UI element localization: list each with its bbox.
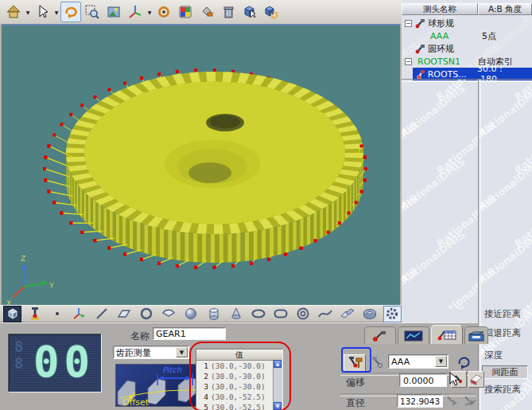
- probe-build-button[interactable]: [344, 354, 366, 372]
- circle-icon[interactable]: [138, 306, 156, 322]
- eraser-icon: [469, 373, 483, 386]
- value-list[interactable]: 值 1(30.0,-30.0) 2(30.0,-30.0) 3(30.0,-30…: [196, 349, 283, 410]
- list-item[interactable]: 4(30.0,-52.5): [196, 392, 282, 402]
- list-item[interactable]: 1(30.0,-30.0): [196, 361, 282, 371]
- cylinder-icon[interactable]: [204, 306, 223, 322]
- delete-icon[interactable]: [218, 2, 239, 22]
- probe-small-icon[interactable]: [371, 356, 385, 370]
- diameter-field[interactable]: 132.9043: [397, 394, 443, 408]
- watermark-text: RationalDMIS: [480, 82, 532, 140]
- name-field[interactable]: GEAR1: [153, 327, 226, 340]
- gear-scene: ZYX: [2, 25, 400, 305]
- view-orbit-icon[interactable]: [153, 2, 174, 22]
- model-settings-icon[interactable]: [261, 2, 282, 22]
- spacing-face-field[interactable]: 间距面: [482, 365, 528, 379]
- offset-field[interactable]: 0.0000: [399, 373, 447, 387]
- coordinate-axes-icon[interactable]: [125, 2, 146, 22]
- watermark-text: RationalDMIS: [512, 119, 532, 177]
- probe-hammer-icon: [346, 356, 363, 370]
- tree-angle: 5点: [482, 30, 496, 42]
- slot-icon[interactable]: [271, 306, 289, 322]
- retract-distance-label[interactable]: 回退距离: [484, 327, 521, 339]
- list-item[interactable]: 2(30.0,-30.0): [196, 371, 282, 381]
- list-item[interactable]: 5(30.0,-52.5): [196, 402, 282, 410]
- watermark-text: RationalDMIS: [480, 119, 498, 177]
- probe-select-dropdown[interactable]: AAA ▼: [388, 354, 449, 369]
- svg-text:Y: Y: [49, 282, 54, 290]
- scroll-up-icon[interactable]: ▲: [274, 360, 282, 368]
- rotate-view-icon[interactable]: [60, 2, 81, 22]
- tree-row-aaa[interactable]: AAA 5点: [402, 29, 532, 42]
- color-palette-icon[interactable]: [175, 2, 196, 22]
- zoom-window-icon[interactable]: [82, 2, 103, 22]
- home-dropdown-caret[interactable]: ▼: [25, 10, 31, 15]
- teach-point-button[interactable]: [451, 371, 467, 388]
- watermark-text: RationalDMIS: [402, 228, 468, 287]
- probe-icon: [414, 44, 425, 54]
- render-tools-icon[interactable]: [196, 2, 217, 22]
- select-cursor-icon[interactable]: [32, 2, 52, 22]
- scroll-down-icon[interactable]: ▼: [274, 402, 282, 410]
- ellipse-icon[interactable]: [249, 306, 267, 322]
- image-view-icon[interactable]: [103, 2, 124, 22]
- expand-icon[interactable]: −: [405, 20, 412, 27]
- svg-text:Z: Z: [21, 255, 25, 263]
- chevron-down-icon[interactable]: ▼: [435, 356, 447, 367]
- main-toolbar: ▼ ▼ ▼: [0, 0, 402, 24]
- list-scrollbar[interactable]: ▲ ▼: [273, 360, 282, 410]
- list-item[interactable]: 3(30.0,-30.0): [196, 381, 282, 392]
- gear-measure-panel: 8 8 00 名称 GEAR1 齿距测量 ▼ Pitch: [0, 322, 478, 410]
- depth-label[interactable]: 深度: [484, 349, 503, 361]
- approach-distance-label[interactable]: 接近距离: [484, 308, 521, 320]
- chevron-down-icon[interactable]: ▼: [176, 347, 188, 357]
- watermark-text: RationalDMIS: [402, 119, 420, 177]
- point-icon[interactable]: [48, 306, 66, 322]
- tab-data[interactable]: [464, 326, 488, 344]
- watermark-text: RationalDMIS: [434, 119, 478, 177]
- tab-graph[interactable]: [398, 326, 429, 344]
- ring-icon[interactable]: [293, 306, 312, 322]
- tab-table[interactable]: [431, 325, 463, 344]
- tab-probe[interactable]: [364, 326, 396, 344]
- tree-row-sphere-gauge[interactable]: − 球形规: [405, 17, 532, 29]
- tree-row-ring-gauge[interactable]: 圆环规: [405, 42, 532, 55]
- 3d-viewport[interactable]: ZYX: [2, 24, 400, 305]
- tree-label: ROOTS...: [428, 69, 477, 80]
- run-disabled-icon: [445, 394, 460, 408]
- search-distance-label[interactable]: 搜索距离: [484, 384, 521, 396]
- select-dropdown-caret[interactable]: ▼: [53, 10, 60, 15]
- watermark-text: RationalDMIS: [402, 82, 468, 140]
- arc-icon[interactable]: [160, 306, 178, 322]
- probe-point-icon: [453, 373, 464, 385]
- column-ab-angle[interactable]: A:B 角度: [478, 3, 532, 15]
- panel-divider[interactable]: [478, 80, 481, 410]
- model-pick-icon[interactable]: [239, 2, 260, 22]
- plane-icon[interactable]: [115, 306, 134, 322]
- clear-button[interactable]: [468, 371, 484, 388]
- probe-machine-icon[interactable]: [25, 306, 44, 322]
- watermark-area-left: RationalDMISRationalDMISRationalDMISRati…: [402, 80, 478, 309]
- watermark-text: RationalDMIS: [480, 155, 532, 213]
- gear-icon[interactable]: [383, 306, 402, 322]
- tree-label: AAA: [430, 31, 478, 41]
- refresh-icon[interactable]: [455, 353, 472, 371]
- coordinate-system-icon[interactable]: [70, 306, 88, 322]
- disk-icon[interactable]: [361, 306, 379, 322]
- sphere-icon[interactable]: [182, 306, 200, 322]
- wedge-icon[interactable]: [339, 306, 357, 322]
- watermark-text: RationalDMIS: [480, 192, 498, 250]
- line-icon[interactable]: [92, 306, 111, 322]
- rationaldmis-window: ▼ ▼ ▼ ZYX RationalDMISRationalDMISRation…: [0, 0, 532, 410]
- cad-model-icon[interactable]: [3, 306, 21, 322]
- point-counter-display: 8 8 00: [8, 334, 102, 392]
- cone-icon[interactable]: [227, 306, 245, 322]
- curve-icon[interactable]: [316, 306, 335, 322]
- axes-dropdown-caret[interactable]: ▼: [146, 10, 153, 15]
- value-column-header[interactable]: 值: [196, 349, 282, 361]
- measure-mode-dropdown[interactable]: 齿距测量 ▼: [113, 346, 189, 359]
- column-probe-name[interactable]: 测头名称: [402, 3, 478, 15]
- home-icon[interactable]: [3, 2, 24, 22]
- name-label: 名称: [130, 330, 150, 343]
- expand-icon[interactable]: −: [405, 58, 412, 65]
- tree-label: 球形规: [428, 18, 454, 29]
